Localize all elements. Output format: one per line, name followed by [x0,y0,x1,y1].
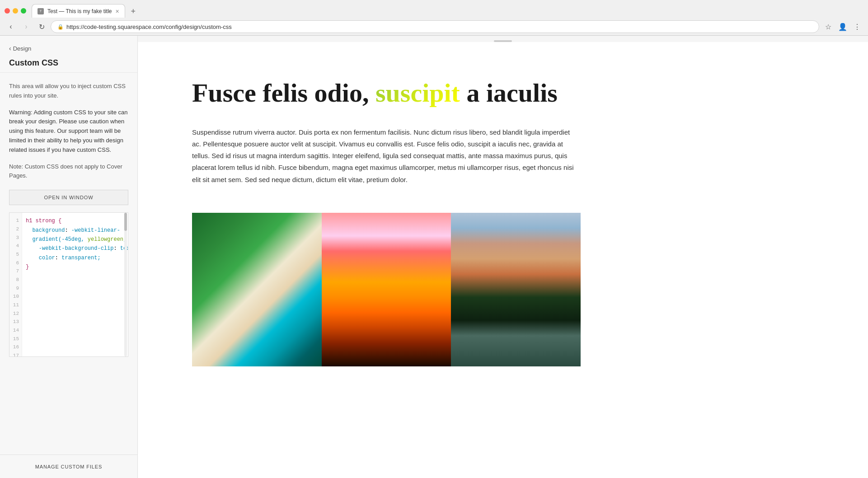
code-line-4: -webkit-background-clip: text; [26,244,124,253]
code-line-10 [26,300,124,309]
minimize-button[interactable] [13,8,18,14]
scroll-thumb [124,213,127,231]
nav-bar: ‹ › ↻ 🔒 https://code-testing.squarespace… [0,18,868,35]
code-text: h1 strong { background: -webkit-linear- … [22,213,128,356]
sidebar-description: This area will allow you to inject custo… [9,82,128,101]
reload-button[interactable]: ↻ [35,20,48,33]
browser-chrome: T Test — This is my fake title × + ‹ › ↻… [0,0,868,36]
tab-favicon: T [38,8,44,14]
code-line-8 [26,281,124,290]
code-line-16 [26,355,124,356]
preview-area: Fusce felis odio, suscipit a iaculis Sus… [138,36,868,478]
tab-bar: T Test — This is my fake title × + [32,4,863,18]
code-line-7 [26,272,124,281]
menu-button[interactable]: ⋮ [851,20,863,33]
nav-actions: ☆ 👤 ⋮ [822,20,863,33]
image-sunset [322,213,451,366]
tab-title: Test — This is my fake title [47,8,112,14]
css-code-editor[interactable]: 123456 789101112 1314151617 h1 strong { … [9,212,128,357]
back-label: Design [13,45,31,52]
code-line-9 [26,290,124,299]
traffic-lights [5,8,26,14]
code-line-1: h1 strong { [26,216,124,225]
preview-content: Fusce felis odio, suscipit a iaculis Sus… [138,42,635,394]
code-line-12 [26,318,124,327]
hero-body-text: Suspendisse rutrum viverra auctor. Duis … [192,127,581,186]
code-line-5: color: transparent; [26,253,124,262]
tab-close-icon[interactable]: × [115,8,119,15]
manage-custom-files-button[interactable]: MANAGE CUSTOM FILES [9,460,128,473]
line-numbers: 123456 789101112 1314151617 [9,213,22,356]
back-link[interactable]: ‹ Design [9,45,128,52]
lock-icon: 🔒 [57,24,64,30]
heading-rest-text: a iaculis [466,78,557,108]
image-grid [192,213,581,366]
close-button[interactable] [5,8,10,14]
profile-button[interactable]: 👤 [836,20,849,33]
preview-handle [494,40,512,42]
preview-top-bar [138,36,868,42]
bookmark-button[interactable]: ☆ [822,20,835,33]
new-tab-button[interactable]: + [127,5,140,18]
active-tab[interactable]: T Test — This is my fake title × [32,4,125,18]
maximize-button[interactable] [21,8,26,14]
heading-highlight: suscipit [375,78,460,108]
forward-button[interactable]: › [20,20,33,33]
sidebar-body: This area will allow you to inject custo… [0,73,137,455]
address-bar[interactable]: 🔒 https://code-testing.squarespace.com/c… [51,20,819,33]
address-text: https://code-testing.squarespace.com/con… [66,23,232,30]
sidebar-note: Note: Custom CSS does not apply to Cover… [9,162,128,181]
image-mountain [451,213,581,366]
title-bar: T Test — This is my fake title × + [0,0,868,18]
open-in-window-button[interactable]: OPEN IN WINDOW [9,190,128,205]
code-line-15 [26,346,124,355]
image-beach [192,213,322,366]
back-button[interactable]: ‹ [5,20,17,33]
code-lines-container: 123456 789101112 1314151617 h1 strong { … [9,213,128,356]
code-line-6: } [26,262,124,272]
back-chevron-icon: ‹ [9,45,11,52]
main-layout: ‹ Design Custom CSS This area will allow… [0,36,868,478]
hero-heading: Fusce felis odio, suscipit a iaculis [192,78,581,108]
code-line-14 [26,336,124,345]
sidebar-header: ‹ Design Custom CSS [0,36,137,73]
code-line-11 [26,309,124,318]
code-line-2: background: -webkit-linear- [26,226,124,235]
scrollbar-indicator[interactable] [124,213,127,356]
heading-normal: Fusce felis odio, [192,78,369,108]
sidebar-warning: Warning: Adding custom CSS to your site … [9,108,128,155]
sidebar-title: Custom CSS [9,58,128,68]
sidebar: ‹ Design Custom CSS This area will allow… [0,36,138,478]
code-line-13 [26,327,124,336]
code-line-3: gradient(-45deg, yellowgreen, yellow); [26,235,124,244]
sidebar-footer: MANAGE CUSTOM FILES [0,455,137,478]
